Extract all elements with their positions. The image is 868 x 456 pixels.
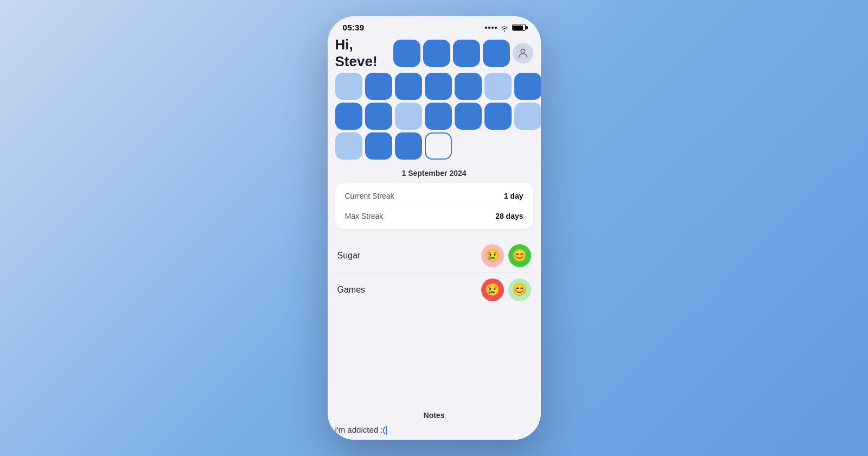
max-streak-label: Max Streak [345,212,384,220]
notes-text[interactable]: i'm addicted :( [335,424,533,435]
max-streak-value: 28 days [495,212,523,220]
calendar-row-2 [335,73,533,100]
greeting-text: Hi, Steve! [335,36,391,70]
status-icons [485,24,526,31]
notes-title: Notes [335,411,533,420]
habit-buttons-games: 😢 😊 [481,278,531,301]
cal-r3-c1[interactable] [365,132,392,160]
games-sad-icon: 😢 [485,283,500,297]
current-streak-value: 1 day [504,192,524,200]
habit-row-games: Games 😢 😊 [335,273,533,307]
calendar-row-3 [335,103,533,130]
habit-buttons-sugar: 😢 😊 [481,244,531,267]
notes-content: i'm addicted :( [335,425,386,434]
sugar-happy-button[interactable]: 😊 [508,244,531,267]
max-streak-row: Max Streak 28 days [345,206,524,226]
cal-r0-c3[interactable] [483,40,510,67]
dots-icon [485,27,497,29]
cal-r0-c0[interactable] [393,40,420,67]
current-streak-label: Current Streak [345,192,394,200]
app-content: Hi, Steve! [328,34,541,440]
wifi-icon [500,24,509,31]
battery-icon [512,24,526,31]
calendar-row-4 [335,132,533,160]
habit-label-games: Games [337,285,366,295]
cal-r1-c4[interactable] [455,73,482,100]
sugar-happy-icon: 😊 [512,249,527,263]
date-label: 1 September 2024 [328,166,541,183]
cal-r2-c4[interactable] [455,103,482,130]
cal-r2-c1[interactable] [365,103,392,130]
habits-section: Sugar 😢 😊 Games 😢 [328,236,541,406]
streak-card: Current Streak 1 day Max Streak 28 days [335,183,533,229]
cal-r1-c2[interactable] [395,73,422,100]
habit-label-sugar: Sugar [337,251,361,261]
games-happy-button[interactable]: 😊 [508,278,531,301]
current-streak-row: Current Streak 1 day [345,186,524,206]
header-row: Hi, Steve! [328,34,541,73]
text-cursor [386,426,387,435]
svg-point-0 [521,49,525,53]
avatar-button[interactable] [513,43,533,64]
cal-r1-c3[interactable] [425,73,452,100]
cal-r3-c0[interactable] [335,132,362,160]
habit-row-sugar: Sugar 😢 😊 [335,239,533,273]
cal-r2-c5[interactable] [484,103,512,130]
sugar-sad-icon: 😢 [485,249,500,263]
phone-frame: 05:39 Hi, Steve! [328,16,541,440]
cal-r2-c0[interactable] [335,103,362,130]
cal-r1-c5[interactable] [484,73,512,100]
games-sad-button[interactable]: 😢 [481,278,504,301]
cal-r1-c0[interactable] [335,73,362,100]
cal-r2-c3[interactable] [425,103,452,130]
cal-r3-today[interactable] [425,132,452,160]
cal-r2-c2[interactable] [395,103,422,130]
cal-r0-c1[interactable] [423,40,450,67]
calendar-area [328,73,541,166]
games-happy-icon: 😊 [512,283,527,297]
cal-r0-c2[interactable] [453,40,480,67]
cal-r3-c2[interactable] [395,132,422,160]
notes-section: Notes i'm addicted :( [328,406,541,440]
cal-r2-c6[interactable] [514,103,541,130]
status-bar: 05:39 [328,16,541,34]
sugar-sad-button[interactable]: 😢 [481,244,504,267]
status-time: 05:39 [343,23,365,32]
cal-r1-c6[interactable] [514,73,541,100]
cal-r1-c1[interactable] [365,73,392,100]
